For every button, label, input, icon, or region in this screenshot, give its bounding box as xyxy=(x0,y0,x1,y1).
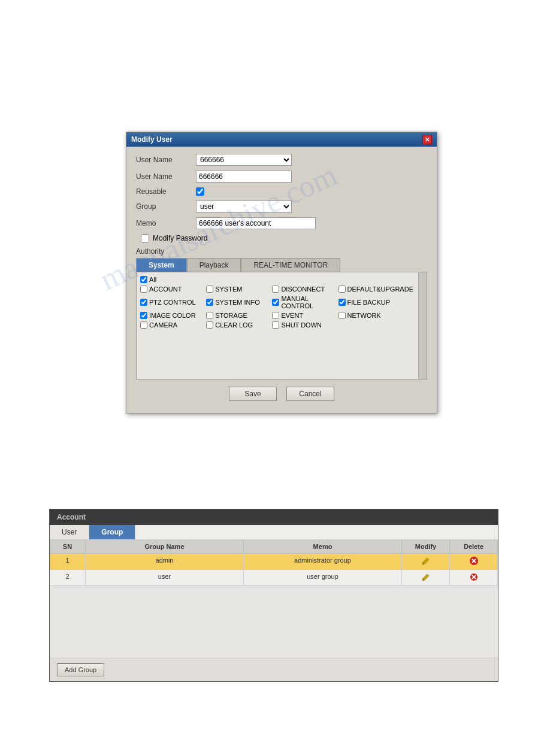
reusable-label: Reusable xyxy=(136,187,196,196)
auth-default-upgrade: DEFAULT&UPGRADE xyxy=(338,286,413,293)
auth-empty xyxy=(338,321,413,329)
auth-image-color-label: IMAGE COLOR xyxy=(149,312,196,319)
table-row: 2 user user group xyxy=(50,570,498,586)
modify-password-row: Modify Password xyxy=(136,234,427,242)
delete-icon-2[interactable] xyxy=(470,573,478,582)
close-button[interactable]: ✕ xyxy=(422,135,432,144)
username-label: User Name xyxy=(136,156,196,164)
col-group-name: Group Name xyxy=(86,540,244,553)
username-select[interactable]: 666666 xyxy=(196,154,292,166)
auth-account-checkbox[interactable] xyxy=(140,286,147,293)
auth-all-row: All xyxy=(140,276,423,283)
save-button[interactable]: Save xyxy=(229,387,277,401)
auth-file-backup-label: FILE BACKUP xyxy=(347,299,391,306)
cell-delete-2[interactable] xyxy=(450,570,498,585)
cell-delete-1[interactable] xyxy=(450,554,498,569)
tab-realtime[interactable]: REAL-TIME MONITOR xyxy=(241,258,340,272)
group-label: Group xyxy=(136,202,196,211)
reusable-row: Reusable xyxy=(136,187,427,196)
auth-camera-checkbox[interactable] xyxy=(140,321,147,329)
auth-disconnect: DISCONNECT xyxy=(272,286,338,293)
auth-file-backup-checkbox[interactable] xyxy=(338,299,346,306)
cell-modify-2[interactable] xyxy=(402,570,450,585)
col-sn: SN xyxy=(50,540,86,553)
auth-ptz-control: PTZ CONTROL xyxy=(140,295,206,309)
tab-group[interactable]: Group xyxy=(89,525,135,539)
col-memo: Memo xyxy=(244,540,402,553)
dialog-titlebar: Modify User ✕ xyxy=(126,132,437,147)
delete-icon-1[interactable] xyxy=(470,557,478,565)
auth-network-checkbox[interactable] xyxy=(338,312,346,319)
auth-clear-log-checkbox[interactable] xyxy=(206,321,213,329)
tab-system[interactable]: System xyxy=(136,258,187,272)
table-empty-space xyxy=(50,586,498,658)
cell-group-name-1: admin xyxy=(86,554,244,569)
auth-system-label: SYSTEM xyxy=(215,286,242,293)
auth-account-label: ACCOUNT xyxy=(149,286,182,293)
table-row: 1 admin administrator group xyxy=(50,554,498,570)
auth-disconnect-label: DISCONNECT xyxy=(281,286,325,293)
authority-tabs: System Playback REAL-TIME MONITOR xyxy=(136,258,427,272)
memo-input[interactable] xyxy=(196,217,316,229)
group-select[interactable]: user xyxy=(196,201,292,212)
tab-playback[interactable]: Playback xyxy=(187,258,241,272)
auth-all-checkbox[interactable] xyxy=(140,276,147,283)
modify-icon-2[interactable] xyxy=(422,573,430,582)
auth-network: NETWORK xyxy=(338,312,413,319)
account-header: Account xyxy=(50,509,498,525)
auth-ptz-control-checkbox[interactable] xyxy=(140,299,147,306)
auth-event-label: EVENT xyxy=(281,312,303,319)
table-header: SN Group Name Memo Modify Delete xyxy=(50,540,498,554)
auth-image-color-checkbox[interactable] xyxy=(140,312,147,319)
auth-network-label: NETWORK xyxy=(347,312,381,319)
account-footer: Add Group xyxy=(50,658,498,681)
tab-user[interactable]: User xyxy=(50,525,89,539)
dialog-title: Modify User xyxy=(131,135,173,144)
auth-event-checkbox[interactable] xyxy=(272,312,279,319)
username-input[interactable] xyxy=(196,171,292,183)
cancel-button[interactable]: Cancel xyxy=(286,387,334,401)
auth-clear-log: CLEAR LOG xyxy=(206,321,272,329)
auth-file-backup: FILE BACKUP xyxy=(338,295,413,309)
auth-system-checkbox[interactable] xyxy=(206,286,213,293)
cell-memo-2: user group xyxy=(244,570,402,585)
auth-grid: ACCOUNT SYSTEM DISCONNECT DEFAULT&UPGRAD… xyxy=(140,286,423,329)
cell-sn-2: 2 xyxy=(50,570,86,585)
add-group-button[interactable]: Add Group xyxy=(57,663,104,676)
account-panel: Account User Group SN Group Name Memo Mo… xyxy=(49,509,498,682)
account-tabs: User Group xyxy=(50,525,498,540)
memo-label: Memo xyxy=(136,219,196,227)
auth-manual-control: MANUAL CONTROL xyxy=(272,295,338,309)
col-delete: Delete xyxy=(450,540,498,553)
dialog-body: User Name 666666 User Name Reusable Grou… xyxy=(126,147,437,413)
dialog-buttons: Save Cancel xyxy=(136,379,427,406)
auth-manual-control-label: MANUAL CONTROL xyxy=(281,295,338,309)
modify-user-dialog: Modify User ✕ User Name 666666 User Name… xyxy=(126,132,437,414)
modify-icon-1[interactable] xyxy=(422,557,430,566)
auth-system-info-checkbox[interactable] xyxy=(206,299,213,306)
auth-camera-label: CAMERA xyxy=(149,321,177,329)
authority-panel: All ACCOUNT SYSTEM DISCONNECT xyxy=(136,272,427,379)
auth-storage-checkbox[interactable] xyxy=(206,312,213,319)
modify-password-label: Modify Password xyxy=(153,234,207,242)
memo-row: Memo xyxy=(136,217,427,229)
reusable-checkbox[interactable] xyxy=(196,187,204,196)
auth-shut-down-checkbox[interactable] xyxy=(272,321,279,329)
username-input-row: User Name xyxy=(136,171,427,183)
auth-system-info-label: SYSTEM INFO xyxy=(215,299,260,306)
auth-account: ACCOUNT xyxy=(140,286,206,293)
username2-label: User Name xyxy=(136,172,196,181)
auth-clear-log-label: CLEAR LOG xyxy=(215,321,253,329)
cell-modify-1[interactable] xyxy=(402,554,450,569)
auth-ptz-control-label: PTZ CONTROL xyxy=(149,299,196,306)
modify-password-checkbox[interactable] xyxy=(141,234,149,242)
auth-manual-control-checkbox[interactable] xyxy=(272,299,279,306)
auth-disconnect-checkbox[interactable] xyxy=(272,286,279,293)
auth-system-info: SYSTEM INFO xyxy=(206,295,272,309)
authority-scrollbar[interactable] xyxy=(418,272,427,379)
col-modify: Modify xyxy=(402,540,450,553)
auth-default-upgrade-checkbox[interactable] xyxy=(338,286,346,293)
group-row: Group user xyxy=(136,201,427,212)
account-table: SN Group Name Memo Modify Delete 1 admin… xyxy=(50,540,498,658)
cell-memo-1: administrator group xyxy=(244,554,402,569)
